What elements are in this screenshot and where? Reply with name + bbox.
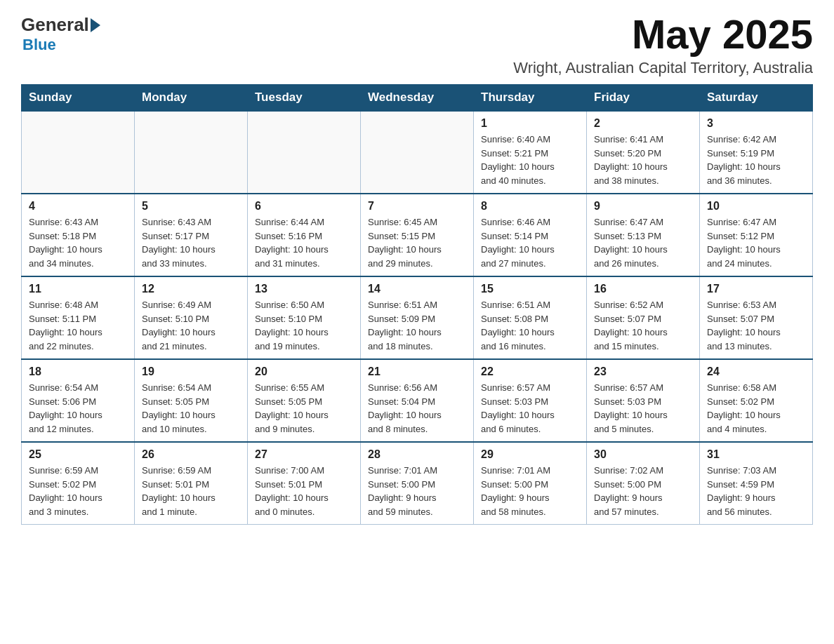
day-info: Sunrise: 6:54 AM Sunset: 5:05 PM Dayligh… — [142, 381, 240, 436]
weekday-header-row: SundayMondayTuesdayWednesdayThursdayFrid… — [22, 85, 813, 112]
calendar-cell: 1Sunrise: 6:40 AM Sunset: 5:21 PM Daylig… — [474, 111, 587, 194]
logo-general-text: General — [21, 14, 89, 36]
day-info: Sunrise: 6:44 AM Sunset: 5:16 PM Dayligh… — [255, 215, 353, 270]
day-info: Sunrise: 6:42 AM Sunset: 5:19 PM Dayligh… — [707, 133, 805, 187]
calendar-cell: 30Sunrise: 7:02 AM Sunset: 5:00 PM Dayli… — [587, 442, 700, 525]
day-info: Sunrise: 6:46 AM Sunset: 5:14 PM Dayligh… — [481, 215, 579, 270]
calendar-cell: 5Sunrise: 6:43 AM Sunset: 5:17 PM Daylig… — [135, 194, 248, 276]
day-number: 11 — [29, 283, 127, 295]
calendar-cell: 6Sunrise: 6:44 AM Sunset: 5:16 PM Daylig… — [248, 194, 361, 276]
day-info: Sunrise: 6:57 AM Sunset: 5:03 PM Dayligh… — [481, 381, 579, 436]
weekday-header: Monday — [135, 85, 248, 112]
calendar-week-row: 4Sunrise: 6:43 AM Sunset: 5:18 PM Daylig… — [22, 194, 813, 276]
day-number: 23 — [594, 365, 692, 378]
day-number: 21 — [368, 365, 466, 378]
day-info: Sunrise: 6:51 AM Sunset: 5:09 PM Dayligh… — [368, 298, 466, 353]
weekday-header: Sunday — [22, 85, 135, 112]
calendar-cell: 10Sunrise: 6:47 AM Sunset: 5:12 PM Dayli… — [700, 194, 813, 276]
day-number: 30 — [594, 448, 692, 461]
calendar-week-row: 25Sunrise: 6:59 AM Sunset: 5:02 PM Dayli… — [22, 442, 813, 525]
day-info: Sunrise: 6:56 AM Sunset: 5:04 PM Dayligh… — [368, 381, 466, 436]
calendar-cell — [361, 111, 474, 194]
calendar-cell: 11Sunrise: 6:48 AM Sunset: 5:11 PM Dayli… — [22, 276, 135, 359]
calendar-cell: 21Sunrise: 6:56 AM Sunset: 5:04 PM Dayli… — [361, 359, 474, 442]
title-section: May 2025 Wright, Australian Capital Terr… — [513, 14, 813, 77]
day-info: Sunrise: 6:59 AM Sunset: 5:02 PM Dayligh… — [29, 464, 127, 518]
logo-blue-text: Blue — [22, 36, 56, 54]
calendar-cell: 22Sunrise: 6:57 AM Sunset: 5:03 PM Dayli… — [474, 359, 587, 442]
day-number: 20 — [255, 365, 353, 378]
month-title: May 2025 — [513, 14, 813, 55]
weekday-header: Saturday — [700, 85, 813, 112]
day-info: Sunrise: 6:43 AM Sunset: 5:17 PM Dayligh… — [142, 215, 240, 270]
day-number: 18 — [29, 365, 127, 378]
logo-arrow-icon — [91, 18, 100, 32]
calendar-cell: 3Sunrise: 6:42 AM Sunset: 5:19 PM Daylig… — [700, 111, 813, 194]
page-header: General Blue May 2025 Wright, Australian… — [21, 14, 813, 77]
calendar-cell: 16Sunrise: 6:52 AM Sunset: 5:07 PM Dayli… — [587, 276, 700, 359]
calendar-cell: 9Sunrise: 6:47 AM Sunset: 5:13 PM Daylig… — [587, 194, 700, 276]
day-number: 29 — [481, 448, 579, 461]
day-number: 7 — [368, 200, 466, 213]
calendar-cell: 12Sunrise: 6:49 AM Sunset: 5:10 PM Dayli… — [135, 276, 248, 359]
day-number: 24 — [707, 365, 805, 378]
calendar-cell: 7Sunrise: 6:45 AM Sunset: 5:15 PM Daylig… — [361, 194, 474, 276]
day-number: 1 — [481, 117, 579, 130]
calendar-cell: 31Sunrise: 7:03 AM Sunset: 4:59 PM Dayli… — [700, 442, 813, 525]
day-info: Sunrise: 6:51 AM Sunset: 5:08 PM Dayligh… — [481, 298, 579, 353]
calendar-cell — [135, 111, 248, 194]
weekday-header: Tuesday — [248, 85, 361, 112]
day-number: 25 — [29, 448, 127, 461]
day-info: Sunrise: 6:59 AM Sunset: 5:01 PM Dayligh… — [142, 464, 240, 518]
calendar-cell: 24Sunrise: 6:58 AM Sunset: 5:02 PM Dayli… — [700, 359, 813, 442]
day-info: Sunrise: 7:02 AM Sunset: 5:00 PM Dayligh… — [594, 464, 692, 518]
calendar-cell: 28Sunrise: 7:01 AM Sunset: 5:00 PM Dayli… — [361, 442, 474, 525]
day-info: Sunrise: 6:47 AM Sunset: 5:13 PM Dayligh… — [594, 215, 692, 270]
day-info: Sunrise: 6:45 AM Sunset: 5:15 PM Dayligh… — [368, 215, 466, 270]
calendar-cell: 4Sunrise: 6:43 AM Sunset: 5:18 PM Daylig… — [22, 194, 135, 276]
day-number: 19 — [142, 365, 240, 378]
calendar-cell: 15Sunrise: 6:51 AM Sunset: 5:08 PM Dayli… — [474, 276, 587, 359]
calendar-cell: 23Sunrise: 6:57 AM Sunset: 5:03 PM Dayli… — [587, 359, 700, 442]
calendar-cell: 20Sunrise: 6:55 AM Sunset: 5:05 PM Dayli… — [248, 359, 361, 442]
day-number: 14 — [368, 283, 466, 295]
day-info: Sunrise: 6:40 AM Sunset: 5:21 PM Dayligh… — [481, 133, 579, 187]
day-info: Sunrise: 6:52 AM Sunset: 5:07 PM Dayligh… — [594, 298, 692, 353]
day-number: 28 — [368, 448, 466, 461]
day-number: 5 — [142, 200, 240, 213]
day-number: 22 — [481, 365, 579, 378]
day-info: Sunrise: 6:48 AM Sunset: 5:11 PM Dayligh… — [29, 298, 127, 353]
day-info: Sunrise: 7:01 AM Sunset: 5:00 PM Dayligh… — [481, 464, 579, 518]
calendar-cell: 14Sunrise: 6:51 AM Sunset: 5:09 PM Dayli… — [361, 276, 474, 359]
weekday-header: Wednesday — [361, 85, 474, 112]
day-number: 10 — [707, 200, 805, 213]
calendar-cell: 26Sunrise: 6:59 AM Sunset: 5:01 PM Dayli… — [135, 442, 248, 525]
calendar-cell — [22, 111, 135, 194]
day-number: 13 — [255, 283, 353, 295]
day-info: Sunrise: 6:55 AM Sunset: 5:05 PM Dayligh… — [255, 381, 353, 436]
calendar-table: SundayMondayTuesdayWednesdayThursdayFrid… — [21, 84, 813, 525]
day-info: Sunrise: 6:41 AM Sunset: 5:20 PM Dayligh… — [594, 133, 692, 187]
location-title: Wright, Australian Capital Territory, Au… — [513, 59, 813, 77]
calendar-week-row: 1Sunrise: 6:40 AM Sunset: 5:21 PM Daylig… — [22, 111, 813, 194]
calendar-cell: 2Sunrise: 6:41 AM Sunset: 5:20 PM Daylig… — [587, 111, 700, 194]
day-info: Sunrise: 6:53 AM Sunset: 5:07 PM Dayligh… — [707, 298, 805, 353]
calendar-cell: 25Sunrise: 6:59 AM Sunset: 5:02 PM Dayli… — [22, 442, 135, 525]
day-number: 2 — [594, 117, 692, 130]
day-number: 12 — [142, 283, 240, 295]
day-number: 27 — [255, 448, 353, 461]
calendar-cell: 17Sunrise: 6:53 AM Sunset: 5:07 PM Dayli… — [700, 276, 813, 359]
calendar-cell: 18Sunrise: 6:54 AM Sunset: 5:06 PM Dayli… — [22, 359, 135, 442]
day-info: Sunrise: 6:54 AM Sunset: 5:06 PM Dayligh… — [29, 381, 127, 436]
day-info: Sunrise: 6:50 AM Sunset: 5:10 PM Dayligh… — [255, 298, 353, 353]
day-number: 6 — [255, 200, 353, 213]
calendar-cell — [248, 111, 361, 194]
day-number: 9 — [594, 200, 692, 213]
weekday-header: Friday — [587, 85, 700, 112]
day-info: Sunrise: 7:00 AM Sunset: 5:01 PM Dayligh… — [255, 464, 353, 518]
calendar-cell: 13Sunrise: 6:50 AM Sunset: 5:10 PM Dayli… — [248, 276, 361, 359]
day-number: 4 — [29, 200, 127, 213]
weekday-header: Thursday — [474, 85, 587, 112]
day-info: Sunrise: 7:01 AM Sunset: 5:00 PM Dayligh… — [368, 464, 466, 518]
day-number: 26 — [142, 448, 240, 461]
